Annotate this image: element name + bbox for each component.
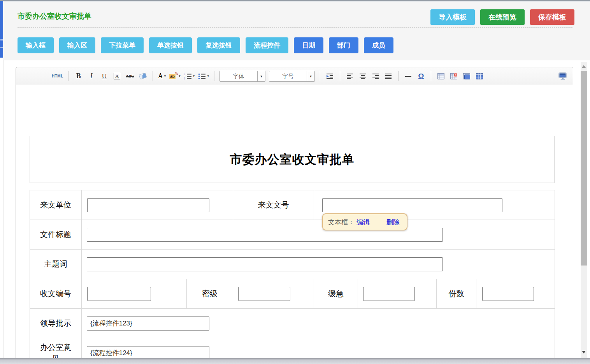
cell-properties-icon — [476, 73, 483, 79]
laiwen-wenhao-input[interactable] — [322, 198, 502, 212]
pencil-icon: ✎ — [175, 71, 178, 76]
field-label-laiwen-wenhao: 来文文号 — [233, 199, 314, 211]
insert-radio-button[interactable]: 单选按钮 — [149, 37, 192, 53]
align-justify-icon — [385, 73, 392, 79]
align-left-button[interactable] — [345, 71, 355, 82]
scroll-down-arrow-icon[interactable] — [582, 351, 586, 353]
table-properties-button[interactable] — [462, 71, 471, 82]
horizontal-rule-icon — [405, 76, 411, 77]
toolbar-separator — [340, 71, 340, 81]
html-source-icon[interactable]: HTML — [52, 71, 63, 82]
font-family-value: 字体 — [220, 71, 257, 81]
insert-dropdown-button[interactable]: 下拉菜单 — [101, 37, 144, 53]
save-template-button[interactable]: 保存模板 — [530, 9, 574, 25]
horizontal-rule-button[interactable] — [404, 71, 413, 82]
laiwen-danwei-input[interactable] — [87, 198, 209, 212]
indent-button[interactable] — [325, 71, 335, 82]
background-window-edge — [0, 1, 3, 58]
import-template-button[interactable]: 导入模板 — [430, 9, 475, 25]
scroll-up-arrow-icon[interactable] — [582, 65, 586, 68]
table-row: 主题词 — [30, 250, 555, 279]
table-row: 收文编号 密级 缓急 份数 — [30, 279, 555, 309]
delete-table-button[interactable] — [449, 71, 458, 82]
richtext-editor: HTML B I U A ABC A ▾ ab ✎ ▾ 1 2 3 — [16, 67, 573, 364]
align-right-button[interactable] — [371, 71, 380, 82]
caret-down-icon: ▾ — [164, 74, 166, 78]
background-window-mark — [0, 47, 3, 48]
background-window-mark — [0, 39, 3, 40]
fenshu-input[interactable] — [482, 287, 534, 301]
fullscreen-button[interactable] — [558, 71, 567, 82]
toolbar-separator — [320, 71, 320, 81]
char-border-glyph: A — [114, 73, 120, 79]
scrollbar-thumb[interactable] — [581, 71, 587, 266]
header-divider — [18, 27, 572, 28]
special-char-icon[interactable]: Ω — [416, 71, 426, 82]
table-row: 文件标题 — [30, 220, 555, 250]
insert-member-button[interactable]: 成员 — [364, 37, 393, 53]
textbox-control-tooltip: 文本框： 编辑 删除 — [322, 213, 407, 230]
insert-department-button[interactable]: 部门 — [329, 37, 358, 53]
fullscreen-icon — [558, 72, 567, 80]
align-left-icon — [346, 73, 353, 79]
ordered-list-icon: 1 2 3 — [184, 73, 192, 79]
insert-inputbox-button[interactable]: 输入框 — [18, 37, 54, 53]
miji-input[interactable] — [238, 287, 290, 301]
toolbar-separator — [431, 71, 431, 81]
field-label-lingdao-pishi: 领导批示 — [30, 318, 81, 329]
font-size-select[interactable]: 字号 ▾ — [269, 71, 315, 82]
font-family-select[interactable]: 字体 ▾ — [219, 71, 265, 82]
italic-icon[interactable]: I — [87, 71, 96, 82]
underline-icon[interactable]: U — [100, 71, 109, 82]
highlight-button[interactable]: ab ✎ ▾ — [169, 71, 181, 82]
field-label-huanji: 缓急 — [314, 288, 358, 299]
tooltip-edit-link[interactable]: 编辑 — [356, 218, 370, 227]
template-actions: 导入模板 在线预览 保存模板 — [430, 9, 574, 25]
editor-canvas[interactable]: 市委办公室收文审批单 来文单位 来文文号 文件标题 主题词 收文 — [16, 85, 573, 364]
vertical-scrollbar[interactable] — [581, 62, 587, 358]
caret-down-icon: ▾ — [207, 74, 209, 78]
unordered-list-button[interactable]: ▾ — [198, 71, 209, 82]
eraser-icon[interactable] — [138, 71, 148, 82]
align-center-button[interactable] — [358, 71, 367, 82]
insert-table-button[interactable] — [436, 71, 446, 82]
toolbar-separator — [153, 71, 153, 81]
field-label-fenshu: 份数 — [437, 288, 476, 299]
delete-table-icon — [450, 73, 457, 79]
caret-down-icon: ▾ — [179, 74, 181, 78]
caret-down-icon: ▾ — [193, 74, 195, 78]
align-right-icon — [372, 73, 379, 79]
strikethrough-icon[interactable]: ABC — [125, 71, 135, 82]
insert-date-button[interactable]: 日期 — [294, 37, 323, 53]
zhutici-input[interactable] — [87, 257, 443, 271]
page-title: 市委办公室收文审批单 — [18, 11, 91, 21]
char-border-icon[interactable]: A — [112, 71, 122, 82]
insert-textarea-button[interactable]: 输入区 — [59, 37, 95, 53]
insert-flow-control-button[interactable]: 流程控件 — [246, 37, 288, 53]
toolbar-separator — [214, 71, 214, 81]
tooltip-delete-link[interactable]: 删除 — [386, 218, 400, 227]
field-label-wenjian-biaoti: 文件标题 — [30, 229, 81, 240]
align-justify-button[interactable] — [384, 71, 393, 82]
window-bottom-bar — [0, 358, 590, 364]
lingdao-pishi-flow-input[interactable] — [87, 317, 209, 331]
table-row: 来文单位 来文文号 — [30, 190, 555, 220]
huanji-input[interactable] — [363, 287, 415, 301]
shouwen-bianhao-input[interactable] — [87, 287, 151, 301]
ordered-list-button[interactable]: 1 2 3 ▾ — [184, 71, 195, 82]
caret-down-icon: ▾ — [307, 71, 314, 81]
caret-down-icon: ▾ — [257, 71, 265, 81]
window-top-frame — [0, 0, 590, 2]
cell-properties-button[interactable] — [475, 71, 484, 82]
font-color-icon: A — [158, 72, 163, 80]
font-size-value: 字号 — [269, 71, 307, 81]
document-form-table: 来文单位 来文文号 文件标题 主题词 收文编号 密级 缓急 份数 — [30, 190, 555, 364]
editor-toolbar: HTML B I U A ABC A ▾ ab ✎ ▾ 1 2 3 — [16, 67, 573, 85]
bold-icon[interactable]: B — [74, 71, 83, 82]
online-preview-button[interactable]: 在线预览 — [480, 9, 525, 25]
font-color-button[interactable]: A ▾ — [158, 71, 166, 82]
svg-text:3: 3 — [184, 77, 185, 79]
insert-table-icon — [437, 73, 444, 79]
indent-icon — [326, 73, 334, 79]
insert-checkbox-button[interactable]: 复选按钮 — [197, 37, 240, 53]
